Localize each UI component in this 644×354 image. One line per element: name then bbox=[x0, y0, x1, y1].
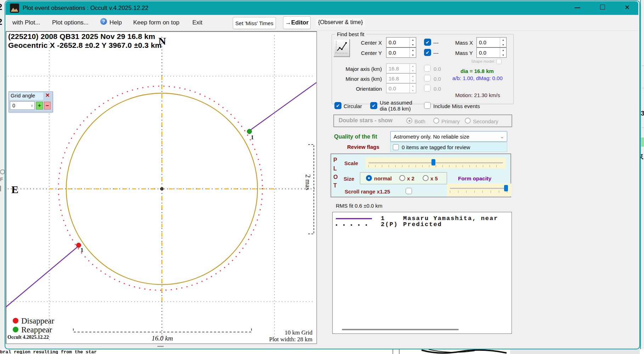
mass-x-stepper[interactable]: ▲▼ bbox=[500, 38, 506, 47]
center-x-checkbox[interactable]: ✔ bbox=[424, 39, 431, 46]
observation-2-name: Predicted bbox=[403, 221, 442, 228]
menu-keep-on-top[interactable]: Keep form on top bbox=[133, 19, 179, 26]
use-assumed-label-line2: dia (16.8 km) bbox=[380, 106, 411, 112]
grid-angle-select[interactable]: 0 ˅ bbox=[10, 101, 35, 110]
chevron-down-icon: ⌄ bbox=[500, 134, 504, 139]
orientation-uncertainty: 0.0 bbox=[434, 86, 441, 92]
minimize-button[interactable] bbox=[575, 7, 580, 8]
help-icon[interactable]: ? bbox=[100, 18, 107, 25]
minor-axis-input: 16.8 ▲▼ bbox=[386, 73, 416, 83]
menu-with-plot[interactable]: with Plot... bbox=[12, 19, 40, 26]
major-axis-uncertainty: 0.0 bbox=[434, 66, 441, 72]
shape-model-checkbox[interactable] bbox=[496, 59, 502, 64]
center-x-input[interactable]: 0.0 ▲▼ bbox=[386, 37, 416, 47]
mass-y-value: 0.0 bbox=[479, 50, 486, 56]
review-flags-label: Review flags bbox=[347, 144, 379, 150]
size-x5-label: x 5 bbox=[430, 175, 438, 181]
observations-listbox[interactable] bbox=[332, 212, 512, 334]
plot-fit-icon-button[interactable] bbox=[333, 39, 350, 57]
plot-canvas bbox=[6, 31, 317, 344]
legend-disappear-label: Disappear bbox=[21, 316, 54, 326]
double-stars-label: Double stars - show bbox=[339, 117, 392, 124]
bg-right-green-cell bbox=[641, 137, 644, 147]
bg-bottom-text: bral region resulting from the star bbox=[0, 349, 97, 354]
chord-line-lower bbox=[6, 246, 79, 307]
quality-select[interactable]: Astrometry only. No reliable size ⌄ bbox=[390, 131, 507, 142]
screen: 2 2 F 3 ξ bral region resulting from the… bbox=[0, 0, 644, 354]
north-label: N bbox=[158, 35, 166, 47]
size-x5-radio[interactable] bbox=[423, 175, 429, 181]
menu-exit[interactable]: Exit bbox=[192, 19, 202, 26]
size-x2-radio[interactable] bbox=[399, 175, 405, 181]
size-normal-radio[interactable] bbox=[366, 175, 372, 181]
double-stars-both-label: Both bbox=[414, 118, 425, 124]
grid-angle-plus-button[interactable]: + bbox=[36, 102, 43, 109]
opacity-slider-track[interactable] bbox=[450, 188, 508, 189]
bg-bottom-scribble bbox=[418, 349, 510, 354]
scale-slider-ticks bbox=[368, 165, 503, 167]
grid-angle-minus-button[interactable]: – bbox=[44, 102, 51, 109]
grid-angle-close-icon[interactable]: ✕ bbox=[45, 92, 50, 99]
opacity-slider-area bbox=[447, 184, 511, 196]
minor-axis-label: Minor axis (km) bbox=[338, 76, 382, 82]
center-y-label: Center Y bbox=[354, 50, 382, 56]
editor-button[interactable]: →Editor bbox=[283, 16, 311, 29]
chord-line-upper bbox=[249, 83, 316, 131]
double-stars-secondary-label: Secondary bbox=[473, 118, 498, 124]
chart-icon bbox=[334, 40, 348, 55]
mass-x-input[interactable]: 0.0 ▲▼ bbox=[476, 37, 507, 47]
reappear-point-label: 1 bbox=[251, 134, 254, 141]
center-y-checkbox[interactable]: ✔ bbox=[424, 49, 431, 56]
menu-plot-options[interactable]: Plot options... bbox=[52, 19, 89, 26]
major-axis-input: 16.8 ▲▼ bbox=[386, 63, 416, 73]
splitter-grip[interactable] bbox=[157, 346, 164, 347]
motion-readout: Motion: 21.30 km/s bbox=[455, 92, 500, 98]
center-y-input[interactable]: 0.0 ▲▼ bbox=[386, 47, 416, 58]
close-button[interactable]: ✕ bbox=[625, 4, 630, 11]
use-assumed-checkbox[interactable]: ✔ bbox=[370, 102, 377, 109]
set-miss-times-button[interactable]: Set 'Miss' Times bbox=[233, 17, 276, 29]
center-x-stepper[interactable]: ▲▼ bbox=[409, 38, 416, 47]
orientation-stepper: ▲▼ bbox=[409, 84, 416, 93]
scale-slider-thumb[interactable] bbox=[431, 159, 435, 165]
bg-left-digit-1: 2 bbox=[0, 2, 2, 12]
bg-left-fragment-bar bbox=[0, 186, 1, 191]
scroll-range-label: Scroll range x1.25 bbox=[345, 189, 390, 195]
mass-y-stepper[interactable]: ▲▼ bbox=[500, 48, 506, 57]
orientation-value: 0.0 bbox=[389, 85, 396, 91]
scale-bracket bbox=[73, 328, 252, 332]
rms-fit-label: RMS fit 0.6 ±0.0 km bbox=[336, 203, 383, 209]
double-stars-both-radio bbox=[406, 118, 412, 124]
size-label: Size bbox=[344, 176, 354, 182]
minor-axis-checkbox bbox=[424, 75, 431, 82]
maximize-button[interactable] bbox=[600, 5, 605, 10]
diameter-readout: dia = 16.8 km bbox=[461, 68, 494, 74]
center-x-uncertainty: --- bbox=[433, 40, 439, 46]
circular-label: Circular bbox=[344, 103, 362, 109]
menu-help[interactable]: Help bbox=[109, 19, 122, 26]
observer-time-label[interactable]: {Observer & time} bbox=[316, 18, 365, 26]
bg-right-border bbox=[640, 0, 641, 354]
center-y-stepper[interactable]: ▲▼ bbox=[409, 48, 416, 57]
scroll-range-checkbox[interactable] bbox=[406, 188, 412, 194]
circular-checkbox[interactable]: ✔ bbox=[334, 102, 341, 109]
mass-y-input[interactable]: 0.0 ▲▼ bbox=[476, 47, 507, 58]
ab-dmag-readout: a/b: 1.00, dMag: 0.00 bbox=[452, 75, 503, 81]
listbox-scrollbar-thumb[interactable] bbox=[342, 329, 459, 330]
scale-bar-label: 16.0 km bbox=[152, 335, 173, 342]
bg-right-rowline bbox=[641, 128, 644, 128]
minor-axis-value: 16.8 bbox=[389, 75, 399, 82]
orientation-input: 0.0 ▲▼ bbox=[386, 83, 416, 93]
scale-label: Scale bbox=[344, 160, 358, 166]
occult-version-label: Occult 4.2025.12.22 bbox=[7, 335, 49, 340]
east-label: E bbox=[11, 184, 18, 196]
size-normal-label: normal bbox=[374, 175, 392, 181]
grid-spacing-label: 10 km Grid bbox=[248, 329, 312, 336]
scale-slider-track[interactable] bbox=[368, 162, 503, 163]
form-opacity-label: Form opacity bbox=[458, 175, 491, 181]
include-miss-checkbox[interactable] bbox=[424, 102, 431, 109]
opacity-slider-thumb[interactable] bbox=[504, 185, 508, 191]
review-flags-checkbox[interactable] bbox=[393, 144, 399, 150]
bg-right-rowline bbox=[641, 88, 644, 88]
plot-width-label: Plot width: 28 km bbox=[248, 336, 312, 343]
